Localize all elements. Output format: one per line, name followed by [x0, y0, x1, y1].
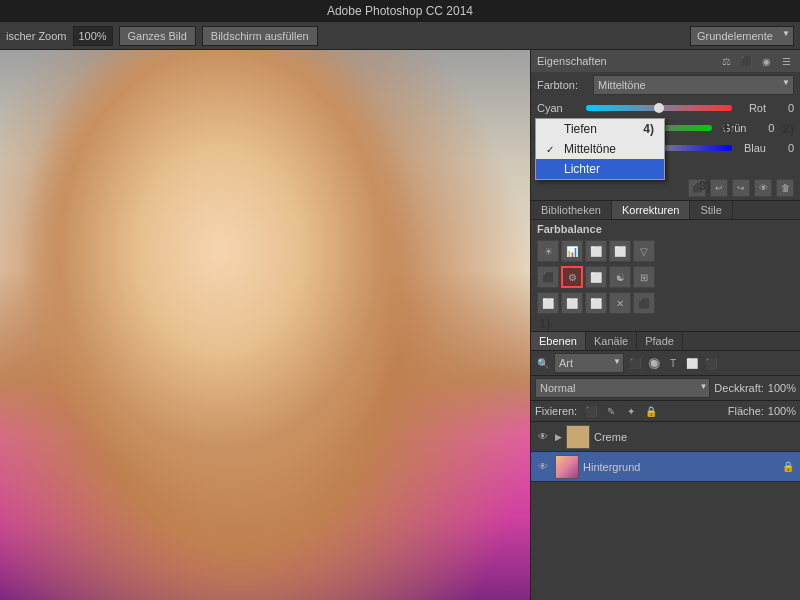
panel-menu-icon[interactable]: ☰ — [778, 53, 794, 69]
gelb-label-right: Blau — [736, 142, 766, 154]
action-icon-2[interactable]: ↩ — [710, 179, 728, 197]
cyan-label-right: Rot — [736, 102, 766, 114]
properties-header: Eigenschaften ⚖ ⬛ ◉ ☰ — [531, 50, 800, 72]
scale-icon[interactable]: ⚖ — [718, 53, 734, 69]
layer-icon-3[interactable]: ⬜ — [684, 355, 700, 371]
action-icon-1[interactable]: ⬛ — [688, 179, 706, 197]
adj-icon-1[interactable]: ☀ — [537, 240, 559, 262]
canvas-area — [0, 50, 530, 600]
adj-icon-13[interactable]: ⬜ — [585, 292, 607, 314]
panel-icon2[interactable]: ⬛ — [738, 53, 754, 69]
adj-icon-3[interactable]: ⬜ — [585, 240, 607, 262]
fix-icon-1[interactable]: ⬛ — [583, 403, 599, 419]
tabs-row: Bibliotheken Korrekturen Stile — [531, 201, 800, 220]
zoom-input[interactable] — [73, 26, 113, 46]
fixieren-row: Fixieren: ⬛ ✎ ✦ 🔒 Fläche: 100% — [531, 401, 800, 422]
layer-eye-creme[interactable]: 👁 — [535, 429, 551, 445]
adj-icon-8[interactable]: ⬜ — [585, 266, 607, 288]
dropdown-item-mitteltoene[interactable]: ✓ Mitteltöne — [536, 139, 664, 159]
fix-icon-4[interactable]: 🔒 — [643, 403, 659, 419]
tab-bibliotheken[interactable]: Bibliotheken — [531, 201, 612, 219]
checkmark-mitteltoene: ✓ — [546, 144, 558, 155]
ebenen-tabs: Ebenen Kanäle Pfade — [531, 332, 800, 351]
adj-icon-10[interactable]: ⊞ — [633, 266, 655, 288]
ebenen-tab-pfade[interactable]: Pfade — [637, 332, 683, 350]
layer-creme[interactable]: 👁 ▶ Creme — [531, 422, 800, 452]
layer-icon-2[interactable]: 🔘 — [646, 355, 662, 371]
flaeche-label: Fläche: — [728, 405, 764, 417]
bildschirm-ausfullen-button[interactable]: Bildschirm ausfüllen — [202, 26, 318, 46]
cyan-slider-row: Cyan Rot 0 — [531, 98, 800, 118]
marker-4: 4) — [643, 122, 654, 136]
marker-1-row: 1) — [531, 316, 800, 331]
icon-grid-3: ⬜ ⬜ ⬜ ✕ ⬛ — [531, 290, 800, 316]
search-icon[interactable]: 🔍 — [535, 355, 551, 371]
adj-icon-11[interactable]: ⬜ — [537, 292, 559, 314]
deckkraft-label: Deckkraft: — [714, 382, 764, 394]
action-icon-4[interactable]: 👁 — [754, 179, 772, 197]
fix-icon-3[interactable]: ✦ — [623, 403, 639, 419]
adj-icon-4[interactable]: ⬜ — [609, 240, 631, 262]
icon-grid-2: ⬛ ⚙ ⬜ ☯ ⊞ — [531, 264, 800, 290]
layer-icon-4[interactable]: ⬛ — [703, 355, 719, 371]
dropdown-label-mitteltoene: Mitteltöne — [564, 142, 616, 156]
marker-1: 1) — [539, 316, 551, 331]
dropdown-item-tiefen[interactable]: Tiefen 4) — [536, 119, 664, 139]
farbbalance-label: Farbbalance — [531, 220, 800, 238]
layer-thumb-hintergrund — [555, 455, 579, 479]
layer-eye-hintergrund[interactable]: 👁 — [535, 459, 551, 475]
farbton-select-wrap: Mitteltöne — [593, 75, 794, 95]
adj-icon-farbbalance[interactable]: ⚙ — [561, 266, 583, 288]
normal-select[interactable]: Normal — [535, 378, 710, 398]
ganzes-bild-button[interactable]: Ganzes Bild — [119, 26, 196, 46]
dropdown-label-lichter: Lichter — [564, 162, 600, 176]
adj-icon-12[interactable]: ⬜ — [561, 292, 583, 314]
cyan-slider-container — [586, 100, 732, 116]
action-icon-5[interactable]: 🗑 — [776, 179, 794, 197]
panel-icon3[interactable]: ◉ — [758, 53, 774, 69]
marker-2: 2) — [782, 121, 794, 136]
properties-title: Eigenschaften — [537, 55, 607, 67]
dropdown-label-tiefen: Tiefen — [564, 122, 597, 136]
title-bar: Adobe Photoshop CC 2014 — [0, 0, 800, 22]
layer-creme-arrow[interactable]: ▶ — [555, 432, 562, 442]
tab-stile[interactable]: Stile — [690, 201, 732, 219]
art-select[interactable]: Art — [554, 353, 624, 373]
dropdown-item-lichter[interactable]: Lichter — [536, 159, 664, 179]
tab-korrekturen[interactable]: Korrekturen — [612, 201, 690, 219]
ebenen-toolbar: 🔍 Art ⬛ 🔘 T ⬜ ⬛ — [531, 351, 800, 376]
magenta-value: 0 — [754, 122, 774, 134]
cyan-thumb[interactable] — [654, 103, 664, 113]
ebenen-tab-kanaele[interactable]: Kanäle — [586, 332, 637, 350]
adj-icon-14[interactable]: ✕ — [609, 292, 631, 314]
farbton-row: Farbton: Mitteltöne — [531, 72, 800, 98]
cyan-label-left: Cyan — [537, 102, 582, 114]
dropdown-menu: Tiefen 4) ✓ Mitteltöne Lichter — [535, 118, 665, 180]
art-select-wrap: Art — [554, 353, 624, 373]
ebenen-tab-ebenen[interactable]: Ebenen — [531, 332, 586, 350]
main-layout: Eigenschaften ⚖ ⬛ ◉ ☰ Farbton: Mitteltön… — [0, 50, 800, 600]
workspace-select[interactable]: Grundelemente — [690, 26, 794, 46]
farbton-select[interactable]: Mitteltöne — [593, 75, 794, 95]
action-icon-3[interactable]: ↪ — [732, 179, 750, 197]
zoom-label: ischer Zoom — [6, 30, 67, 42]
layer-icon-1[interactable]: ⬛ — [627, 355, 643, 371]
layer-name-creme: Creme — [594, 431, 796, 443]
fix-icon-2[interactable]: ✎ — [603, 403, 619, 419]
adj-icon-2[interactable]: 📊 — [561, 240, 583, 262]
layers-list: 👁 ▶ Creme 👁 Hintergrund 🔒 — [531, 422, 800, 600]
cyan-value: 0 — [774, 102, 794, 114]
layer-icon-T[interactable]: T — [665, 355, 681, 371]
layer-hintergrund[interactable]: 👁 Hintergrund 🔒 — [531, 452, 800, 482]
adj-icon-9[interactable]: ☯ — [609, 266, 631, 288]
adj-icon-15[interactable]: ⬛ — [633, 292, 655, 314]
layer-name-hintergrund: Hintergrund — [583, 461, 776, 473]
workspace-select-wrap: Grundelemente — [690, 26, 794, 46]
top-toolbar: ischer Zoom Ganzes Bild Bildschirm ausfü… — [0, 22, 800, 50]
adj-icon-5[interactable]: ▽ — [633, 240, 655, 262]
normal-row: Normal Deckkraft: 100% — [531, 376, 800, 401]
cyan-track — [586, 105, 732, 111]
ebenen-panel: Ebenen Kanäle Pfade 🔍 Art ⬛ 🔘 T ⬜ ⬛ — [531, 331, 800, 600]
app-title: Adobe Photoshop CC 2014 — [327, 4, 473, 18]
adj-icon-6[interactable]: ⬛ — [537, 266, 559, 288]
